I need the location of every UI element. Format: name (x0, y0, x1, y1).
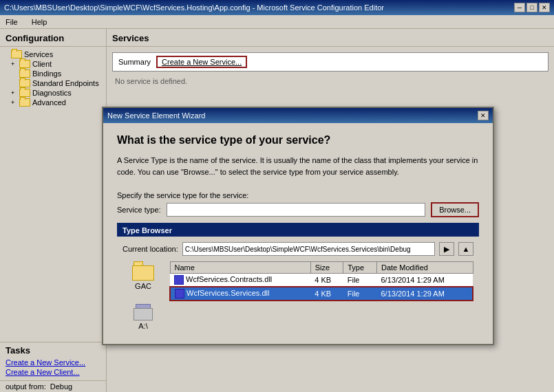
gac-label: GAC (135, 282, 151, 290)
folder-icon-standard-endpoints (19, 79, 30, 87)
cell-date: 6/13/2014 1:29 AM (377, 287, 473, 301)
folder-icon-services (11, 50, 22, 58)
table-row[interactable]: WcfServices.Contracts.dll 4 KB File 6/13… (170, 274, 473, 287)
tree-item-services[interactable]: Services (0, 50, 106, 59)
tree-item-diagnostics[interactable]: + Diagnostics (0, 88, 106, 98)
right-pane: Name Size Type Date Modified WcfServices… (169, 261, 473, 330)
location-up-button[interactable]: ▲ (458, 242, 473, 256)
location-input[interactable] (182, 242, 435, 256)
col-type: Type (343, 262, 377, 274)
tree-label-diagnostics: Diagnostics (32, 89, 72, 97)
tree-item-standard-endpoints[interactable]: Standard Endpoints (0, 78, 106, 88)
tasks-section: Tasks Create a New Service... Create a N… (0, 342, 106, 380)
tree-label-client: Client (32, 60, 52, 68)
tree-label-bindings: Bindings (32, 69, 61, 78)
menu-bar: File Help (0, 15, 554, 29)
close-button[interactable]: ✕ (539, 3, 550, 12)
tree-label-advanced: Advanced (32, 98, 66, 107)
folder-icon-diagnostics (19, 89, 30, 97)
task-create-service[interactable]: Create a New Service... (6, 358, 100, 367)
wizard-service-type-input[interactable] (167, 203, 426, 217)
tree-label-standard-endpoints: Standard Endpoints (32, 79, 99, 87)
expander-diagnostics: + (11, 89, 19, 96)
wizard-dialog: New Service Element Wizard ✕ What is the… (102, 107, 494, 345)
left-panel: Configuration Services + Client Bindings… (0, 29, 107, 392)
title-bar-controls: ─ □ ✕ (514, 3, 550, 12)
location-label: Current location: (122, 245, 178, 253)
create-new-service-link[interactable]: Create a New Service... (156, 56, 247, 68)
tree-item-advanced[interactable]: + Advanced (0, 98, 106, 107)
drive-a-icon (132, 304, 154, 320)
folder-icon-advanced (19, 98, 30, 107)
wizard-specify-label: Specify the service type for the service… (117, 191, 479, 199)
no-service-text: No service is defined. (112, 76, 548, 87)
col-date: Date Modified (377, 262, 473, 274)
type-browser-body: Current location: ▶ ▲ GAC (117, 237, 479, 336)
configuration-tree: Services + Client Bindings Standard Endp… (0, 47, 106, 342)
wizard-description: A Service Type is the name of the servic… (117, 155, 479, 177)
title-bar: C:\Users\MBSUser\Desktop\SimpleWCF\WcfSe… (0, 0, 554, 15)
wizard-question: What is the service type of your service… (117, 134, 479, 146)
expander-advanced: + (11, 99, 19, 106)
dll-icon (175, 289, 184, 298)
type-browser-header: Type Browser (117, 224, 479, 237)
table-row[interactable]: WcfServices.Services.dll 4 KB File 6/13/… (170, 287, 473, 301)
output-value: Debug (50, 382, 72, 391)
tasks-header: Tasks (6, 345, 100, 356)
col-name: Name (170, 262, 310, 274)
cell-type: File (343, 287, 377, 301)
wizard-service-type-label: Service type: (117, 206, 161, 214)
cell-date: 6/13/2014 1:29 AM (377, 274, 473, 287)
drive-a-label: A:\ (138, 322, 147, 330)
file-browser-area: GAC A:\ (122, 261, 473, 330)
folder-icon-bindings (19, 69, 30, 78)
cell-size: 4 KB (310, 287, 343, 301)
tree-item-client[interactable]: + Client (0, 59, 106, 69)
wizard-close-button[interactable]: ✕ (478, 111, 489, 120)
output-label: output from: (6, 382, 46, 391)
folder-icon-client (19, 60, 30, 68)
cell-type: File (343, 274, 377, 287)
gac-folder-icon (132, 261, 154, 281)
wizard-browse-button[interactable]: Browse... (431, 202, 479, 217)
dll-icon (174, 275, 184, 285)
services-content: Summary Create a New Service... No servi… (107, 47, 554, 92)
expander-client: + (11, 61, 19, 67)
wizard-title-bar: New Service Element Wizard ✕ (103, 108, 493, 123)
location-back-button[interactable]: ▶ (439, 242, 454, 256)
wizard-body: What is the service type of your service… (103, 123, 493, 344)
title-bar-title: C:\Users\MBSUser\Desktop\SimpleWCF\WcfSe… (4, 3, 384, 12)
task-create-client[interactable]: Create a New Client... (6, 368, 100, 376)
minimize-button[interactable]: ─ (514, 3, 525, 12)
current-location-row: Current location: ▶ ▲ (122, 242, 473, 256)
left-pane: GAC A:\ (122, 261, 164, 330)
gac-folder[interactable]: GAC (132, 261, 154, 290)
file-table: Name Size Type Date Modified WcfServices… (169, 261, 473, 301)
col-size: Size (310, 262, 343, 274)
cell-name: WcfServices.Contracts.dll (170, 274, 310, 287)
menu-help[interactable]: Help (29, 17, 50, 27)
menu-file[interactable]: File (3, 17, 21, 27)
output-bar: output from: Debug (0, 380, 106, 392)
maximize-button[interactable]: □ (526, 3, 537, 12)
services-header: Services (107, 29, 554, 47)
tree-label-services: Services (24, 50, 53, 58)
wizard-service-type-row: Service type: Browse... (117, 202, 479, 217)
drive-body (134, 308, 153, 320)
summary-label: Summary (118, 58, 151, 66)
configuration-header: Configuration (0, 29, 106, 47)
summary-box: Summary Create a New Service... (112, 52, 548, 72)
tree-item-bindings[interactable]: Bindings (0, 69, 106, 78)
wizard-title-text: New Service Element Wizard (107, 111, 205, 120)
drive-a-item[interactable]: A:\ (132, 304, 154, 330)
cell-name: WcfServices.Services.dll (170, 287, 310, 301)
folder-body (132, 265, 154, 281)
cell-size: 4 KB (310, 274, 343, 287)
type-browser: Type Browser Current location: ▶ ▲ (117, 223, 479, 336)
